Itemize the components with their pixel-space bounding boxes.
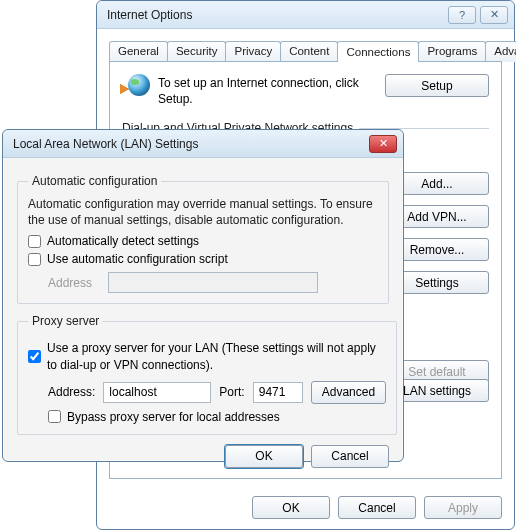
tab-connections[interactable]: Connections xyxy=(337,41,419,62)
tab-advanced[interactable]: Advanced xyxy=(485,41,516,62)
auto-script-label: Use automatic configuration script xyxy=(47,252,228,266)
proxy-port-label: Port: xyxy=(219,385,244,399)
io-ok-button[interactable]: OK xyxy=(252,496,330,519)
auto-address-input xyxy=(108,272,318,293)
io-titlebar[interactable]: Internet Options ? ✕ xyxy=(97,1,514,29)
proxy-legend: Proxy server xyxy=(28,314,103,328)
use-proxy-checkbox[interactable] xyxy=(28,350,41,363)
lan-cancel-button[interactable]: Cancel xyxy=(311,445,389,468)
bypass-local-checkbox[interactable] xyxy=(48,410,61,423)
io-cancel-button[interactable]: Cancel xyxy=(338,496,416,519)
tab-programs[interactable]: Programs xyxy=(418,41,486,62)
setup-description: To set up an Internet connection, click … xyxy=(158,74,377,107)
io-apply-button[interactable]: Apply xyxy=(424,496,502,519)
auto-legend: Automatic configuration xyxy=(28,174,161,188)
tab-general[interactable]: General xyxy=(109,41,168,62)
proxy-server-group: Proxy server Use a proxy server for your… xyxy=(17,314,397,434)
use-proxy-label: Use a proxy server for your LAN (These s… xyxy=(47,340,386,372)
lan-settings-window: Local Area Network (LAN) Settings ✕ Auto… xyxy=(2,129,404,462)
auto-description: Automatic configuration may override man… xyxy=(28,196,378,228)
tab-security[interactable]: Security xyxy=(167,41,227,62)
io-tabstrip: General Security Privacy Content Connect… xyxy=(109,41,502,62)
proxy-advanced-button[interactable]: Advanced xyxy=(311,381,386,404)
auto-detect-label: Automatically detect settings xyxy=(47,234,199,248)
auto-detect-checkbox[interactable] xyxy=(28,235,41,248)
auto-script-checkbox[interactable] xyxy=(28,253,41,266)
proxy-port-input[interactable] xyxy=(253,382,303,403)
lan-ok-button[interactable]: OK xyxy=(225,445,303,468)
bypass-local-label: Bypass proxy server for local addresses xyxy=(67,410,280,424)
auto-detect-checkbox-row[interactable]: Automatically detect settings xyxy=(28,234,378,248)
io-close-button[interactable]: ✕ xyxy=(480,6,508,24)
use-proxy-checkbox-row[interactable]: Use a proxy server for your LAN (These s… xyxy=(28,340,386,372)
lan-titlebar[interactable]: Local Area Network (LAN) Settings ✕ xyxy=(3,130,403,158)
globe-icon xyxy=(122,74,150,102)
setup-button[interactable]: Setup xyxy=(385,74,489,97)
auto-script-checkbox-row[interactable]: Use automatic configuration script xyxy=(28,252,378,266)
bypass-local-checkbox-row[interactable]: Bypass proxy server for local addresses xyxy=(48,410,386,424)
lan-close-button[interactable]: ✕ xyxy=(369,135,397,153)
proxy-address-input[interactable] xyxy=(103,382,211,403)
lan-title: Local Area Network (LAN) Settings xyxy=(13,137,365,151)
proxy-address-label: Address: xyxy=(48,385,95,399)
auto-address-label: Address xyxy=(48,276,100,290)
io-title: Internet Options xyxy=(107,8,444,22)
automatic-configuration-group: Automatic configuration Automatic config… xyxy=(17,174,389,304)
tab-privacy[interactable]: Privacy xyxy=(225,41,281,62)
tab-content[interactable]: Content xyxy=(280,41,338,62)
help-button[interactable]: ? xyxy=(448,6,476,24)
